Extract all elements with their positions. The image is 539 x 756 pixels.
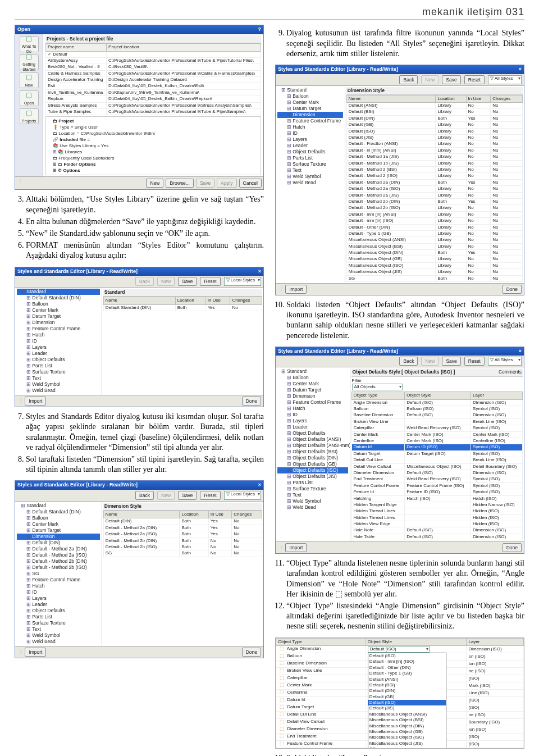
table-row[interactable]: Default - Fraction (ANSI)LibraryNoNo bbox=[346, 141, 522, 147]
tree-node[interactable]: ⊞ Leader bbox=[17, 350, 100, 357]
table-row[interactable]: Miscellaneous Object (ANSI)LibraryNoNo bbox=[346, 237, 522, 243]
tree-node[interactable]: ⊞ Datum Target bbox=[17, 527, 100, 534]
dropdown-option[interactable]: Default (BSI) bbox=[368, 682, 446, 688]
table-row[interactable]: Default - Method 2a (DIN)BothYesNo bbox=[103, 525, 262, 531]
close-icon[interactable]: × bbox=[519, 66, 522, 73]
back-button[interactable]: Back bbox=[135, 491, 154, 500]
new-button[interactable]: New bbox=[157, 277, 175, 286]
tree-node[interactable]: ⊞ Hatch bbox=[17, 583, 100, 589]
dropdown-option[interactable]: Default - Other (DIN) bbox=[368, 665, 446, 671]
table-row[interactable]: Default - Method 2b (ISO)BothNoNo bbox=[103, 544, 262, 550]
tree-node[interactable]: ⊞ Default - Method 2a (ISO) bbox=[17, 552, 100, 558]
table-row[interactable]: Default - in [mm] (ANSI)LibraryNoNo bbox=[346, 147, 522, 153]
table-row[interactable]: Hole NoteDefault (ISO)Dimension (ISO) bbox=[351, 527, 522, 534]
tree-node[interactable]: ⊞ Feature Control Frame bbox=[17, 326, 100, 332]
table-row[interactable]: Default - Method 2a (JIS)LibraryNoNo bbox=[346, 192, 522, 198]
import-button[interactable]: Import bbox=[285, 285, 307, 294]
close-icon[interactable]: × bbox=[258, 268, 261, 275]
tree-node[interactable]: ⊞ ID bbox=[17, 589, 100, 595]
table-row[interactable]: Default (DIN)BothYesNo bbox=[346, 115, 522, 121]
style-tree[interactable]: ⊞ Standard⊞ Default Standard (DIN)⊞ Ball… bbox=[15, 288, 102, 395]
help-icon[interactable]: ❔ bbox=[17, 649, 24, 655]
sidebar-item-new[interactable]: New bbox=[20, 72, 39, 88]
dropdown-option[interactable]: Miscellaneous Object (JIS) bbox=[368, 741, 446, 746]
save-button[interactable]: Save bbox=[178, 277, 197, 286]
tree-node[interactable]: ⊞ Hatch bbox=[277, 406, 348, 412]
dropdown-option[interactable]: Default (DIN) bbox=[368, 688, 446, 694]
import-button[interactable]: Import bbox=[25, 397, 46, 406]
table-row[interactable]: Default (GB)LibraryNoNo bbox=[346, 122, 522, 128]
dropdown-option[interactable]: Default (ISO) bbox=[368, 700, 446, 705]
tree-node[interactable]: ⊞ Feature Control Frame bbox=[17, 577, 100, 583]
sidebar-item-open[interactable]: Open bbox=[20, 90, 39, 106]
tree-node[interactable]: ⊞ Datum Target bbox=[17, 313, 100, 320]
tree-node[interactable]: ⊞ Weld Bead bbox=[17, 388, 100, 394]
save-button[interactable]: Save bbox=[442, 75, 460, 84]
table-row[interactable]: Default - Method 2 (BSI)LibraryNoNo bbox=[346, 166, 522, 172]
table-row[interactable]: Default (ANSI)LibraryNoNo bbox=[346, 103, 522, 109]
table-row[interactable]: Default - Method 2b (ISO)LibraryNoNo bbox=[346, 205, 522, 211]
tree-node[interactable]: ⊞ Text bbox=[17, 375, 100, 381]
tree-node[interactable]: ⊞ Datum Target bbox=[277, 106, 343, 112]
tree-node[interactable]: ⊞ Feature Control Frame bbox=[277, 118, 343, 124]
filter-dropdown[interactable]: All Objects bbox=[352, 384, 403, 390]
table-row[interactable]: Center MarkCenter Mark (ISO)Center Mark … bbox=[351, 431, 522, 438]
table-row[interactable]: Default - Method 2a (DIN)BothYesNo bbox=[346, 179, 522, 185]
tree-node[interactable]: ⊞ Balloon bbox=[17, 515, 100, 521]
table-row[interactable]: Detail Cut LineBreak Line (ISO) bbox=[351, 457, 522, 463]
tree-node[interactable]: ⊞ Object Defaults (BSI) bbox=[277, 449, 348, 455]
table-row[interactable]: Hidden Thread LinesHidden (ISO) bbox=[351, 508, 522, 514]
dropdown-option[interactable]: Miscellaneous Object (ISO) bbox=[368, 735, 446, 740]
tree-node[interactable]: ⊞ Default Standard (DIN) bbox=[17, 295, 100, 301]
table-row[interactable]: Miscellaneous Object (ISO)LibraryNoNo bbox=[346, 262, 522, 268]
tree-node[interactable]: ⊞ Balloon bbox=[277, 93, 343, 99]
table-row[interactable]: ⬚ Angle DimensionDefault (ISO)Default (I… bbox=[276, 645, 524, 653]
apply-button[interactable]: Apply bbox=[217, 179, 236, 188]
tree-node[interactable]: ⊞ Object Defaults (JIS) bbox=[277, 473, 348, 480]
tree-node[interactable]: ⊞ Default Standard (DIN) bbox=[17, 509, 100, 515]
table-row[interactable]: Miscellaneous Object (JIS)LibraryNoNo bbox=[346, 269, 522, 275]
tree-node[interactable]: ⊞ Parts List bbox=[277, 155, 343, 161]
new-button[interactable]: New bbox=[157, 491, 175, 500]
table-row[interactable]: Default - Method 2a (ISO)BothYesNo bbox=[103, 531, 262, 538]
dropdown-option[interactable]: Default (GB) bbox=[368, 694, 446, 700]
tree-node[interactable]: ⊞ Object Defaults (ANSI) bbox=[277, 436, 348, 443]
tree-node[interactable]: ⊞ Weld Symbol bbox=[277, 174, 343, 180]
table-row[interactable]: Angle DimensionDefault (ISO)Dimension (I… bbox=[351, 399, 522, 406]
tree-node[interactable]: ⊞ Layers bbox=[277, 136, 343, 143]
table-row[interactable]: Miscellaneous Object (DIN)BothYesNo bbox=[346, 250, 522, 256]
tree-node[interactable]: ⊞ Default - Method 2a (DIN) bbox=[17, 546, 100, 552]
object-style-dropdown[interactable]: Default (ISO) bbox=[368, 646, 430, 653]
table-row[interactable]: Default - mm [in] (ANSI)LibraryNoNo bbox=[346, 211, 522, 217]
table-row[interactable]: Default - Method 2b (DIN)BothYesNo bbox=[346, 198, 522, 204]
table-row[interactable]: CaterpillarWeld Bead Recovery (ISO)Symbo… bbox=[351, 425, 522, 431]
tree-node[interactable]: ⊞ Balloon bbox=[277, 375, 348, 381]
tree-node[interactable]: ⊞ Object Defaults bbox=[17, 357, 100, 363]
tree-node[interactable]: ⊞ ID bbox=[17, 338, 100, 344]
style-tree[interactable]: ⊞ Standard⊞ Default Standard (DIN)⊞ Ball… bbox=[15, 502, 102, 646]
tree-node[interactable]: ⊞ Text bbox=[277, 492, 348, 498]
table-row[interactable]: Datum TargetDatum Target (ISO)Symbol (IS… bbox=[351, 450, 522, 457]
table-row[interactable]: Default (JIS)LibraryNoNo bbox=[346, 135, 522, 141]
styles-filter-dropdown[interactable]: ▽ All Styles bbox=[488, 75, 522, 84]
table-row[interactable]: Broken View LineBreak Line (ISO) bbox=[351, 418, 522, 425]
done-button[interactable]: Done bbox=[503, 543, 522, 552]
tree-node[interactable]: ⊞ ID bbox=[277, 412, 348, 418]
dropdown-option[interactable]: Default (ANSI) bbox=[368, 677, 446, 682]
table-row[interactable]: Default - Other (DIN)LibraryNoNo bbox=[346, 224, 522, 230]
cancel-button[interactable]: Cancel bbox=[239, 179, 262, 188]
tree-node[interactable]: ⊞ Weld Bead bbox=[277, 504, 348, 511]
save-button[interactable]: Save bbox=[178, 491, 197, 500]
tree-node[interactable]: ⊞ Leader bbox=[277, 424, 348, 430]
styles-filter-dropdown[interactable]: ▽ All Styles bbox=[488, 357, 522, 366]
tree-node[interactable]: ⊞ Weld Symbol bbox=[17, 632, 100, 639]
tree-node[interactable]: ⊞ Dimension bbox=[17, 534, 100, 540]
tree-node[interactable]: ⊞ Leader bbox=[17, 602, 100, 608]
tree-node[interactable]: ⊞ Center Mark bbox=[17, 307, 100, 313]
dropdown-option[interactable]: Default - mm [in] (ISO) bbox=[368, 659, 446, 664]
table-row[interactable]: Default - mm [in] (ISO)LibraryNoNo bbox=[346, 218, 522, 224]
tree-node[interactable]: ⊞ ID bbox=[277, 130, 343, 136]
tree-node[interactable]: ⊞ Default - Method 2b (DIN) bbox=[17, 558, 100, 564]
reset-button[interactable]: Reset bbox=[200, 491, 220, 500]
tree-node[interactable]: ⊞ Center Mark bbox=[17, 521, 100, 527]
